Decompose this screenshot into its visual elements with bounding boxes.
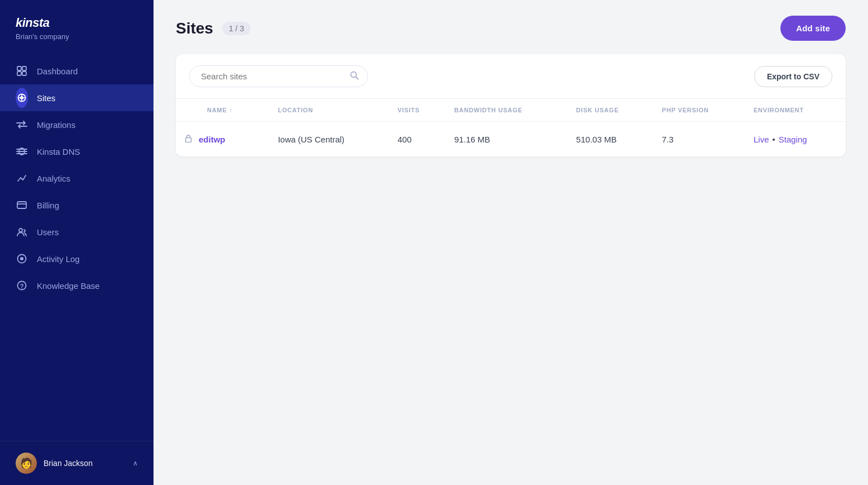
sidebar-item-dashboard[interactable]: Dashboard [0,58,154,84]
col-visits: VISITS [389,99,445,122]
sidebar-item-label-analytics: Analytics [37,174,70,183]
lock-icon [185,134,192,144]
card-toolbar: Export to CSV [176,54,846,98]
svg-rect-0 [17,66,21,70]
page-title: Sites [176,20,213,37]
table-body: editwp Iowa (US Central) 400 91.16 MB 51… [176,122,846,157]
activity-log-icon [16,253,28,265]
svg-rect-17 [186,138,191,142]
col-environment: ENVIRONMENT [745,99,846,122]
sidebar-logo-area: kinsta Brian's company [0,0,154,47]
company-name: Brian's company [16,32,138,41]
sidebar-item-label-dashboard: Dashboard [37,66,78,76]
search-wrapper [189,65,368,87]
sidebar-item-label-activity-log: Activity Log [37,254,80,264]
col-bandwidth-usage: BANDWIDTH USAGE [445,99,567,122]
cell-name: editwp [176,122,269,157]
knowledge-base-icon: ? [16,279,28,292]
col-location: LOCATION [269,99,389,122]
dashboard-icon [16,65,28,77]
env-live-label[interactable]: Live [754,135,769,144]
sidebar: kinsta Brian's company Dashboard [0,0,154,485]
cell-disk-usage: 510.03 MB [567,122,653,157]
sidebar-item-users[interactable]: Users [0,218,154,245]
svg-rect-3 [22,72,26,75]
sites-icon [16,92,28,104]
page-header: Sites 1 / 3 Add site [154,0,868,54]
col-php-version: PHP VERSION [653,99,745,122]
add-site-button[interactable]: Add site [780,16,846,41]
env-staging-label[interactable]: Staging [779,135,807,144]
cell-php-version: 7.3 [653,122,745,157]
page-title-group: Sites 1 / 3 [176,20,251,37]
cell-visits: 400 [389,122,445,157]
chevron-up-icon: ∧ [133,459,138,467]
sidebar-item-analytics[interactable]: Analytics [0,165,154,192]
env-separator: • [773,135,775,144]
cell-location: Iowa (US Central) [269,122,389,157]
avatar: 🧑 [16,453,37,474]
users-icon [16,226,28,238]
svg-rect-1 [22,66,26,70]
analytics-icon [16,172,28,184]
billing-icon [16,199,28,211]
svg-point-10 [19,229,22,232]
sidebar-item-activity-log[interactable]: Activity Log [0,245,154,272]
col-disk-usage: DISK USAGE [567,99,653,122]
col-name: NAME ↑ [176,99,269,122]
kinsta-dns-icon [16,145,28,158]
sidebar-item-label-knowledge-base: Knowledge Base [37,281,100,291]
table-row: editwp Iowa (US Central) 400 91.16 MB 51… [176,122,846,157]
sidebar-item-label-kinsta-dns: Kinsta DNS [37,147,80,156]
search-input[interactable] [189,65,368,87]
sidebar-item-sites[interactable]: Sites [0,84,154,111]
sidebar-nav: Dashboard Sites [0,47,154,441]
migrations-icon [16,118,28,131]
sidebar-item-label-users: Users [37,227,59,237]
sidebar-item-kinsta-dns[interactable]: Kinsta DNS [0,138,154,165]
user-profile[interactable]: 🧑 Brian Jackson ∧ [0,441,154,485]
export-csv-button[interactable]: Export to CSV [754,66,832,87]
svg-rect-8 [17,202,26,208]
content-area: Export to CSV NAME ↑ LOCATION VISITS [154,54,868,485]
main-content: Sites 1 / 3 Add site Export to CSV [154,0,868,485]
cell-bandwidth-usage: 91.16 MB [445,122,567,157]
sidebar-item-migrations[interactable]: Migrations [0,111,154,138]
sidebar-item-label-sites: Sites [37,93,55,103]
user-name: Brian Jackson [44,459,126,468]
site-link[interactable]: editwp [199,135,226,144]
page-count: 1 / 3 [222,22,251,35]
sidebar-item-label-migrations: Migrations [37,120,75,130]
sites-table: NAME ↑ LOCATION VISITS BANDWIDTH USAGE D [176,99,846,156]
cell-environment: Live • Staging [745,122,846,157]
sidebar-item-label-billing: Billing [37,201,59,210]
sidebar-item-billing[interactable]: Billing [0,192,154,218]
table-header: NAME ↑ LOCATION VISITS BANDWIDTH USAGE D [176,99,846,122]
svg-point-12 [20,257,23,260]
sites-card: Export to CSV NAME ↑ LOCATION VISITS [176,54,846,156]
kinsta-logo: kinsta [16,16,138,30]
sidebar-item-knowledge-base[interactable]: ? Knowledge Base [0,272,154,299]
svg-text:?: ? [20,283,24,289]
svg-rect-2 [17,72,21,75]
